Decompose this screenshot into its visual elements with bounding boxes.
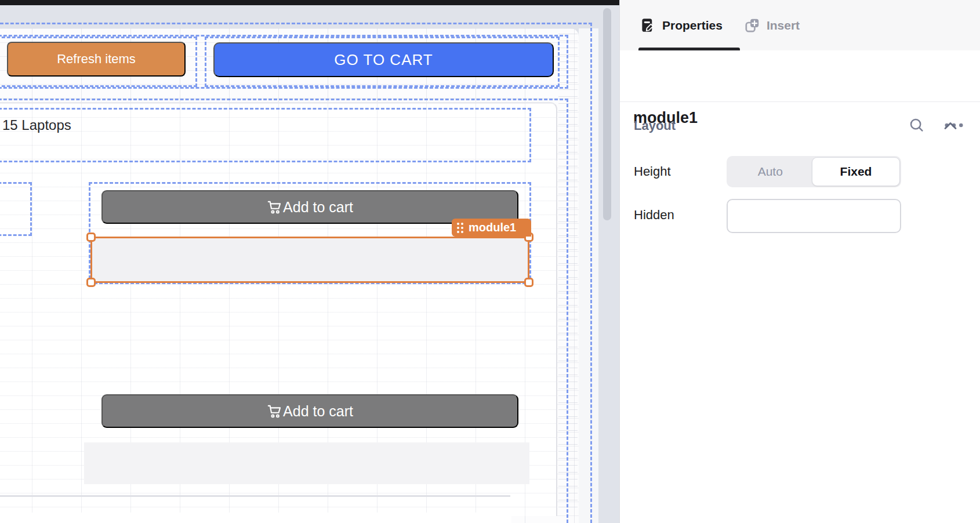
height-option-auto[interactable]: Auto [727,156,814,187]
gocart-button-outline [205,37,560,87]
insert-icon [745,17,760,33]
tab-properties[interactable]: Properties [640,17,723,33]
list-title-outline [0,108,531,162]
hidden-label: Hidden [634,208,674,223]
resize-handle-top-left[interactable] [86,233,96,242]
drag-handle-dots-icon[interactable] [457,223,463,233]
chevron-up-icon[interactable] [943,121,957,130]
tab-properties-label: Properties [662,19,723,32]
canvas-scrollbar[interactable] [603,8,611,220]
selected-module[interactable] [90,237,529,283]
hidden-input[interactable] [727,199,901,233]
editor-canvas[interactable]: Refresh items GO TO CART 15 Laptops Add … [0,0,619,523]
resize-handle-bottom-right[interactable] [524,278,533,287]
canvas-top-bar [0,0,619,5]
layout-section-header[interactable]: Layout [634,118,957,133]
tab-insert[interactable]: Insert [745,17,800,33]
item-image-outline [0,182,32,236]
module-name-tag[interactable]: module1 [452,219,531,237]
properties-icon [640,17,656,33]
tab-insert-label: Insert [767,19,800,32]
height-segmented-control: Auto Fixed [727,156,901,187]
refresh-button-outline [0,37,197,87]
inspector-panel: Properties Insert module1 [619,0,980,523]
resize-handle-bottom-left[interactable] [86,278,96,287]
module-tag-label: module1 [469,221,516,234]
height-label: Height [634,164,671,179]
inspector-header: module1 [620,50,980,102]
app-window: Refresh items GO TO CART 15 Laptops Add … [0,0,980,523]
height-option-fixed[interactable]: Fixed [812,157,900,186]
inspector-tab-bar: Properties Insert [620,0,980,50]
layout-section-title: Layout [634,118,676,133]
